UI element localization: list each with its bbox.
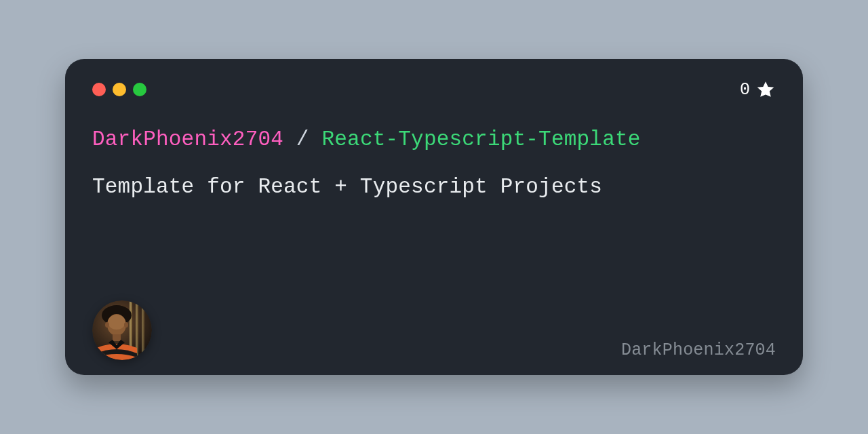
svg-point-7 (108, 315, 125, 330)
svg-rect-4 (142, 300, 144, 360)
top-row: 0 (92, 79, 776, 100)
zoom-icon (133, 83, 146, 96)
avatar (92, 300, 152, 360)
owner-name: DarkPhoenix2704 (92, 127, 283, 151)
repo-card: 0 DarkPhoenix2704 / React-Typescript-Tem… (65, 59, 803, 375)
repo-description: Template for React + Typescript Projects (92, 175, 776, 199)
bottom-row: DarkPhoenix2704 (92, 300, 776, 360)
minimize-icon (113, 83, 126, 96)
svg-point-8 (105, 322, 109, 328)
traffic-lights (92, 83, 146, 96)
svg-rect-10 (113, 334, 121, 341)
star-icon (755, 79, 776, 100)
breadcrumb-separator: / (283, 127, 321, 151)
star-count: 0 (740, 79, 776, 100)
close-icon (92, 83, 106, 96)
star-count-value: 0 (740, 80, 750, 100)
repo-name: React-Typescript-Template (321, 127, 640, 151)
svg-point-9 (124, 322, 128, 328)
username: DarkPhoenix2704 (621, 340, 776, 360)
repo-breadcrumb: DarkPhoenix2704 / React-Typescript-Templ… (92, 127, 776, 152)
